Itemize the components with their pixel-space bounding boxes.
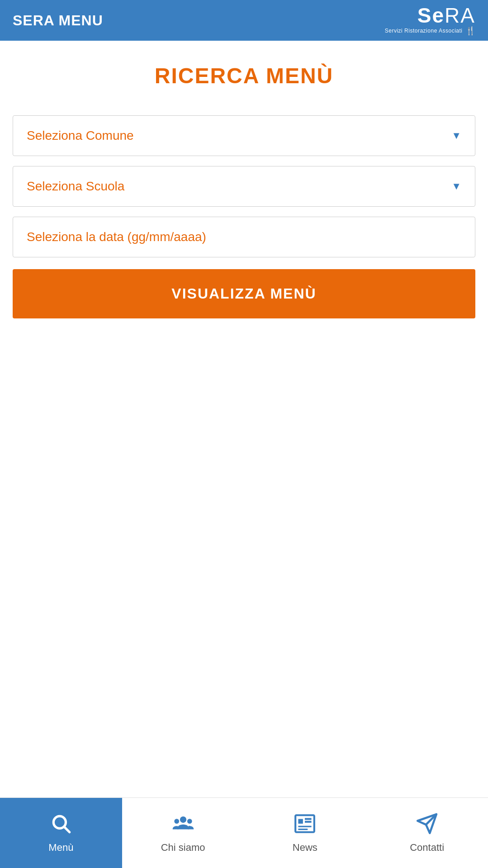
submit-button[interactable]: VISUALIZZA MENÙ bbox=[13, 269, 475, 318]
nav-item-menu[interactable]: Menù bbox=[0, 798, 122, 868]
comune-dropdown[interactable]: Seleziona Comune ▼ bbox=[13, 115, 475, 156]
group-icon bbox=[172, 812, 194, 838]
fork-icon: 🍴 bbox=[465, 26, 476, 36]
bottom-nav: Menù Chi siamo N bbox=[0, 797, 488, 868]
news-icon bbox=[294, 812, 316, 838]
svg-rect-6 bbox=[298, 819, 303, 824]
scuola-arrow-icon: ▼ bbox=[451, 180, 461, 192]
logo-se: Se bbox=[417, 4, 445, 27]
scuola-dropdown[interactable]: Seleziona Scuola ▼ bbox=[13, 166, 475, 207]
svg-point-4 bbox=[187, 819, 192, 824]
logo-sera: SeRA bbox=[417, 5, 475, 26]
page-title: RICERCA MENÙ bbox=[155, 63, 334, 88]
nav-item-chi-siamo[interactable]: Chi siamo bbox=[122, 798, 244, 868]
logo-ra: RA bbox=[445, 4, 475, 27]
scuola-label: Seleziona Scuola bbox=[27, 179, 124, 194]
nav-label-contatti: Contatti bbox=[410, 842, 444, 854]
nav-label-news: News bbox=[293, 842, 317, 854]
logo-container: SeRA Servizi Ristorazione Associati 🍴 bbox=[385, 5, 475, 36]
svg-point-2 bbox=[180, 816, 186, 823]
date-label: Seleziona la data (gg/mm/aaaa) bbox=[27, 230, 206, 244]
comune-arrow-icon: ▼ bbox=[451, 130, 461, 142]
date-field[interactable]: Seleziona la data (gg/mm/aaaa) bbox=[13, 217, 475, 257]
svg-line-1 bbox=[64, 827, 69, 832]
svg-point-3 bbox=[174, 819, 179, 824]
app-header: SERA MENU SeRA Servizi Ristorazione Asso… bbox=[0, 0, 488, 41]
comune-label: Seleziona Comune bbox=[27, 128, 134, 143]
nav-label-chi-siamo: Chi siamo bbox=[161, 842, 205, 854]
logo-subtitle-text: Servizi Ristorazione Associati bbox=[385, 28, 463, 34]
logo-subtitle: Servizi Ristorazione Associati 🍴 bbox=[385, 26, 475, 36]
search-icon bbox=[50, 812, 72, 838]
nav-item-contatti[interactable]: Contatti bbox=[366, 798, 488, 868]
nav-label-menu: Menù bbox=[48, 842, 73, 854]
search-form: Seleziona Comune ▼ Seleziona Scuola ▼ Se… bbox=[13, 115, 475, 318]
main-content: RICERCA MENÙ Seleziona Comune ▼ Selezion… bbox=[0, 41, 488, 797]
nav-item-news[interactable]: News bbox=[244, 798, 366, 868]
app-title: SERA MENU bbox=[13, 12, 103, 29]
send-icon bbox=[416, 812, 438, 838]
